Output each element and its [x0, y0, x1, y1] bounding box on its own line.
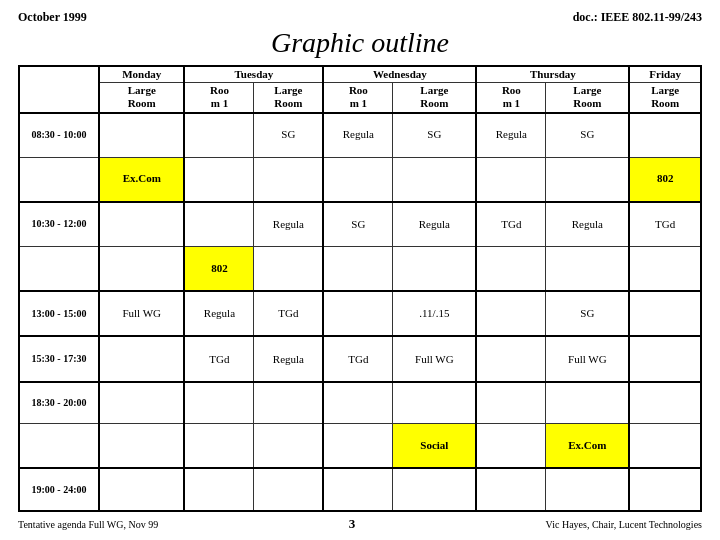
col-tuesday-header: Tuesday — [184, 66, 323, 83]
schedule-cell: Regula — [323, 113, 392, 158]
mon-room: LargeRoom — [99, 83, 184, 113]
col-wednesday-header: Wednesday — [323, 66, 476, 83]
col-monday-header: Monday — [99, 66, 184, 83]
schedule-cell: Regula — [476, 113, 545, 158]
schedule-cell — [254, 468, 323, 511]
schedule-cell — [184, 468, 253, 511]
schedule-cell — [629, 336, 701, 382]
thu-room2: LargeRoom — [546, 83, 630, 113]
tue-room1: Room 1 — [184, 83, 253, 113]
header-row-day: Monday Tuesday Wednesday Thursday Friday — [19, 66, 701, 83]
footer-center: 3 — [349, 516, 356, 532]
footer-right: Vic Hayes, Chair, Lucent Technologies — [546, 519, 702, 530]
table-row: 19:00 - 24:00 — [19, 468, 701, 511]
time-cell: 19:00 - 24:00 — [19, 468, 99, 511]
schedule-cell: TGd — [323, 336, 392, 382]
schedule-cell: SG — [546, 113, 630, 158]
schedule-cell: TGd — [184, 336, 253, 382]
schedule-cell — [476, 157, 545, 202]
schedule-cell: Full WG — [546, 336, 630, 382]
page-title: Graphic outline — [18, 27, 702, 59]
schedule-cell — [476, 291, 545, 337]
schedule-cell — [476, 424, 545, 469]
schedule-cell: TGd — [476, 202, 545, 247]
schedule-cell — [476, 468, 545, 511]
schedule-cell — [323, 468, 392, 511]
schedule-cell — [393, 246, 477, 291]
table-row: 802 — [19, 246, 701, 291]
schedule-cell — [184, 202, 253, 247]
schedule-cell — [393, 382, 477, 423]
schedule-cell — [184, 113, 253, 158]
schedule-cell — [184, 382, 253, 423]
schedule-cell — [546, 157, 630, 202]
schedule-cell — [184, 424, 253, 469]
time-cell: 15:30 - 17:30 — [19, 336, 99, 382]
schedule-cell: Regula — [254, 336, 323, 382]
thu-room1: Room 1 — [476, 83, 545, 113]
schedule-cell: Ex.Com — [546, 424, 630, 469]
time-header — [19, 66, 99, 113]
schedule-cell — [99, 468, 184, 511]
schedule-cell: 802 — [629, 157, 701, 202]
schedule-cell — [546, 382, 630, 423]
schedule-cell — [254, 246, 323, 291]
col-thursday-header: Thursday — [476, 66, 629, 83]
schedule-cell — [99, 246, 184, 291]
schedule-cell — [393, 468, 477, 511]
schedule-cell — [629, 382, 701, 423]
schedule-cell — [323, 424, 392, 469]
top-bar: October 1999 doc.: IEEE 802.11-99/243 — [18, 10, 702, 25]
schedule-cell — [629, 113, 701, 158]
table-row: 13:00 - 15:00Full WGRegulaTGd.11/.15SG — [19, 291, 701, 337]
schedule-cell: Full WG — [393, 336, 477, 382]
time-cell: 18:30 - 20:00 — [19, 382, 99, 423]
time-cell: 10:30 - 12:00 — [19, 202, 99, 247]
schedule-cell: Regula — [184, 291, 253, 337]
table-row: SocialEx.Com — [19, 424, 701, 469]
schedule-cell — [99, 424, 184, 469]
footer-left: Tentative agenda Full WG, Nov 99 — [18, 519, 158, 530]
schedule-cell: SG — [393, 113, 477, 158]
schedule-cell — [99, 336, 184, 382]
schedule-cell: Full WG — [99, 291, 184, 337]
bottom-bar: Tentative agenda Full WG, Nov 99 3 Vic H… — [18, 516, 702, 532]
schedule-cell — [99, 382, 184, 423]
schedule-cell — [476, 246, 545, 291]
schedule-cell — [629, 468, 701, 511]
schedule-cell: SG — [323, 202, 392, 247]
schedule-cell — [254, 424, 323, 469]
schedule-cell: Regula — [393, 202, 477, 247]
schedule-cell: TGd — [254, 291, 323, 337]
schedule-cell: Social — [393, 424, 477, 469]
time-cell — [19, 157, 99, 202]
header-row-room: LargeRoom Room 1 LargeRoom Room 1 LargeR… — [19, 83, 701, 113]
schedule-cell — [629, 246, 701, 291]
schedule-cell — [99, 202, 184, 247]
schedule-cell — [629, 291, 701, 337]
time-cell — [19, 246, 99, 291]
schedule-cell — [323, 291, 392, 337]
table-row: 18:30 - 20:00 — [19, 382, 701, 423]
schedule-table: Monday Tuesday Wednesday Thursday Friday… — [18, 65, 702, 512]
schedule-cell — [476, 382, 545, 423]
schedule-cell: .11/.15 — [393, 291, 477, 337]
schedule-cell — [254, 157, 323, 202]
header-right: doc.: IEEE 802.11-99/243 — [573, 10, 702, 25]
schedule-cell — [323, 157, 392, 202]
schedule-cell — [323, 246, 392, 291]
wed-room2: LargeRoom — [393, 83, 477, 113]
col-friday-header: Friday — [629, 66, 701, 83]
schedule-cell: Regula — [254, 202, 323, 247]
schedule-cell — [323, 382, 392, 423]
schedule-cell — [254, 382, 323, 423]
table-row: Ex.Com802 — [19, 157, 701, 202]
schedule-cell — [546, 468, 630, 511]
time-cell: 13:00 - 15:00 — [19, 291, 99, 337]
schedule-cell — [629, 424, 701, 469]
schedule-cell: SG — [546, 291, 630, 337]
table-row: 15:30 - 17:30TGdRegulaTGdFull WGFull WG — [19, 336, 701, 382]
schedule-cell — [546, 246, 630, 291]
wed-room1: Room 1 — [323, 83, 392, 113]
schedule-cell — [99, 113, 184, 158]
